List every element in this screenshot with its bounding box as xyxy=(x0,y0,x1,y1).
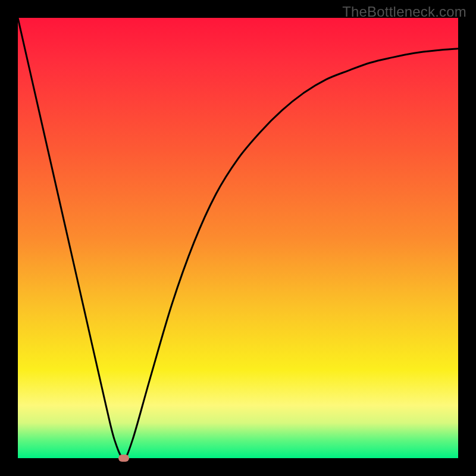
chart-frame: TheBottleneck.com xyxy=(0,0,476,476)
optimum-marker xyxy=(118,455,129,462)
bottleneck-curve xyxy=(18,18,458,458)
plot-area xyxy=(18,18,458,458)
watermark-text: TheBottleneck.com xyxy=(342,4,466,20)
curve-svg xyxy=(18,18,458,458)
